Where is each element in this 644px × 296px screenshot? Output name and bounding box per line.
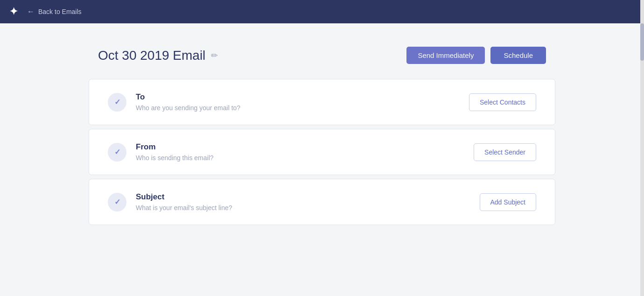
field-label-from: From xyxy=(136,142,214,152)
action-button-from[interactable]: Select Sender xyxy=(474,143,536,161)
cards-container: ✓ To Who are you sending your email to? … xyxy=(89,79,555,225)
back-to-emails-link[interactable]: ← Back to Emails xyxy=(27,7,82,16)
field-label-subject: Subject xyxy=(136,192,232,202)
check-mark-icon-subject: ✓ xyxy=(114,197,120,206)
field-desc-to: Who are you sending your email to? xyxy=(136,104,240,112)
field-desc-from: Who is sending this email? xyxy=(136,154,214,162)
card-text-subject: Subject What is your email's subject lin… xyxy=(136,192,232,211)
send-immediately-button[interactable]: Send Immediately xyxy=(406,47,485,64)
top-navigation: ✦ ← Back to Emails xyxy=(0,0,644,23)
header-actions: Send Immediately Schedule xyxy=(406,47,546,64)
logo-icon: ✦ xyxy=(9,6,18,18)
check-circle-from: ✓ xyxy=(108,143,126,162)
field-desc-subject: What is your email's subject line? xyxy=(136,204,232,211)
card-left-to: ✓ To Who are you sending your email to? xyxy=(108,92,240,112)
scrollbar-track[interactable] xyxy=(640,0,644,296)
card-to: ✓ To Who are you sending your email to? … xyxy=(89,79,555,125)
page-title: Oct 30 2019 Email xyxy=(98,48,205,63)
page-header: Oct 30 2019 Email ✏ Send Immediately Sch… xyxy=(89,47,555,64)
back-link-label: Back to Emails xyxy=(38,8,82,15)
check-mark-icon-from: ✓ xyxy=(114,148,120,156)
page-title-area: Oct 30 2019 Email ✏ xyxy=(98,48,218,63)
card-text-to: To Who are you sending your email to? xyxy=(136,92,240,112)
main-content: Oct 30 2019 Email ✏ Send Immediately Sch… xyxy=(89,23,555,247)
check-mark-icon-to: ✓ xyxy=(114,98,120,106)
card-left-from: ✓ From Who is sending this email? xyxy=(108,142,214,162)
scrollbar-thumb[interactable] xyxy=(640,23,644,61)
check-circle-to: ✓ xyxy=(108,93,126,112)
schedule-button[interactable]: Schedule xyxy=(490,47,546,64)
action-button-to[interactable]: Select Contacts xyxy=(469,93,536,111)
back-arrow-icon: ← xyxy=(27,7,35,16)
card-text-from: From Who is sending this email? xyxy=(136,142,214,162)
card-left-subject: ✓ Subject What is your email's subject l… xyxy=(108,192,232,211)
field-label-to: To xyxy=(136,92,240,102)
card-from: ✓ From Who is sending this email? Select… xyxy=(89,129,555,175)
edit-icon[interactable]: ✏ xyxy=(211,50,218,61)
card-subject: ✓ Subject What is your email's subject l… xyxy=(89,179,555,225)
action-button-subject[interactable]: Add Subject xyxy=(480,193,537,211)
check-circle-subject: ✓ xyxy=(108,193,126,211)
